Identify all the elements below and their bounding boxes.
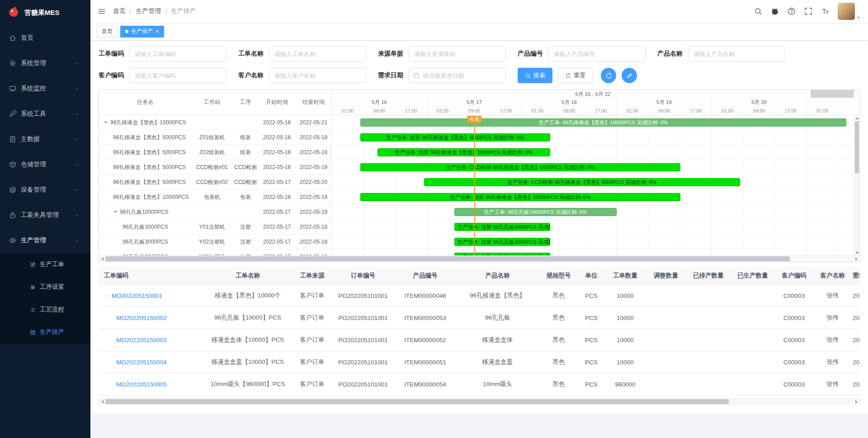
gantt-bar-task[interactable]: 生产任务: CCD检测 96孔移液盒【黑色】5000PCS 完成比例: 0% bbox=[424, 178, 740, 186]
sidebar-subitem-process-flow[interactable]: 工艺流程 bbox=[0, 298, 90, 321]
gantt-task-row[interactable]: 96孔移液盒【黑色】10000PCS包装机包装2022-05-162022-05… bbox=[99, 190, 331, 205]
orders-header-row: 工单编码工单名称工单来源订单编号产品编号产品名称规格型号单位工单数量调整数量已排… bbox=[99, 267, 860, 285]
horizontal-scroll-thumb[interactable] bbox=[105, 256, 790, 261]
text-input[interactable] bbox=[409, 46, 506, 61]
sidebar-item-equipment[interactable]: 设备管理 bbox=[0, 177, 90, 203]
user-avatar[interactable] bbox=[838, 3, 855, 20]
task-name-cell: 96孔移液盒【黑色】5000PCS bbox=[99, 179, 192, 186]
order-code-link[interactable]: MO202205150003 bbox=[116, 337, 167, 344]
reset-button-label: 重置 bbox=[574, 71, 585, 80]
text-input-field[interactable] bbox=[414, 51, 500, 57]
gantt-horizontal-scrollbar[interactable] bbox=[99, 255, 859, 262]
topbar: 首页/生产管理/生产排产 bbox=[90, 0, 868, 23]
order-code-link[interactable]: MO202205150005 bbox=[116, 381, 167, 388]
sidebar-item-warehouse[interactable]: 仓储管理 bbox=[0, 152, 90, 177]
orders-row[interactable]: MO202205150003移液盒盒体【10000】PCS客户订单PO20220… bbox=[99, 329, 860, 351]
user-menu[interactable] bbox=[838, 3, 861, 20]
scroll-right-arrow[interactable] bbox=[853, 399, 859, 405]
sidebar-subitem-label: 生产排产 bbox=[40, 328, 90, 336]
sidebar-subitem-scheduling[interactable]: 生产排产 bbox=[0, 321, 90, 344]
gantt-panel: 任务名工作站工序开始时间结束时间 96孔移液盒【黑色】10000PCS2022-… bbox=[99, 89, 860, 262]
gantt-task-row[interactable]: 96孔移液盒【黑色】5000PCSCCD检测#01CCD检测2022-05-16… bbox=[99, 160, 331, 175]
app-logo[interactable]: 苦糖果MES bbox=[0, 0, 90, 25]
gantt-bar-task[interactable]: 生产任务: 组装 96孔移液盒【黑色】5000PCS 完成比例: 0% bbox=[377, 148, 550, 156]
scroll-left-arrow[interactable] bbox=[99, 256, 105, 262]
refresh-circle-button[interactable] bbox=[601, 68, 616, 83]
tab-生产排产[interactable]: 生产排产× bbox=[120, 26, 164, 38]
text-input-field[interactable] bbox=[135, 51, 221, 57]
order-code-link[interactable]: MO202205150001 bbox=[112, 292, 162, 299]
scroll-up-arrow[interactable] bbox=[854, 115, 859, 121]
scroll-left-arrow[interactable] bbox=[99, 399, 105, 405]
breadcrumb-item[interactable]: 首页 bbox=[113, 7, 126, 15]
gantt-task-row[interactable]: 96孔孔板3000PCSY01注塑机注塑2022-05-172022-05-18 bbox=[99, 220, 331, 235]
tab-close-icon[interactable]: × bbox=[156, 28, 159, 34]
horizontal-scroll-thumb[interactable] bbox=[105, 399, 729, 404]
tree-expander-icon[interactable] bbox=[104, 120, 108, 125]
topbar-font-size-button[interactable] bbox=[821, 7, 829, 15]
timeline-time-label: 17:00 bbox=[405, 107, 417, 115]
gantt-task-row[interactable]: 96孔移液盒【黑色】10000PCS2022-05-162022-05-21 bbox=[99, 115, 331, 130]
orders-row[interactable]: MO20220515000296孔孔板【10000】PCS客户订单PO20220… bbox=[99, 307, 860, 329]
text-input-field[interactable] bbox=[554, 51, 640, 57]
text-input[interactable] bbox=[269, 46, 366, 61]
order-code-link[interactable]: MO202205150002 bbox=[116, 315, 167, 321]
scroll-down-arrow[interactable] bbox=[854, 250, 859, 255]
sidebar-subitem-process-setting[interactable]: 工序设置 bbox=[0, 276, 90, 298]
topbar-fullscreen-button[interactable] bbox=[804, 7, 812, 15]
gantt-task-row[interactable]: 96孔移液盒【黑色】5000PCSCCD检测#02CCD检测2022-05-17… bbox=[99, 175, 331, 190]
search-button[interactable]: 搜索 bbox=[518, 68, 552, 83]
reset-button[interactable]: 重置 bbox=[558, 68, 593, 83]
gantt-bar-task[interactable]: 生产任务: 注塑 96孔孔板3000PCS 完成比例: 0% bbox=[454, 223, 550, 231]
orders-row[interactable]: MO20220515000510mm吸头【960000】PCS客户订单PO202… bbox=[99, 373, 860, 396]
date-input-field[interactable] bbox=[423, 72, 500, 79]
sidebar-item-fixture[interactable]: 工装夹具管理 bbox=[0, 203, 90, 228]
order-code-cell: MO202205150004 bbox=[99, 359, 203, 366]
gantt-vertical-scrollbar[interactable] bbox=[854, 115, 859, 255]
text-input[interactable] bbox=[688, 46, 785, 61]
gantt-bar-summary[interactable]: 生产工单: 96孔移液盒【黑色】10000PCS 完成比例: 0% bbox=[360, 118, 846, 127]
text-input[interactable] bbox=[129, 46, 226, 61]
gantt-task-row[interactable]: 96孔孔板3000PCSY02注塑机注塑2022-05-172022-05-18 bbox=[99, 235, 331, 250]
scroll-right-arrow[interactable] bbox=[853, 256, 859, 262]
tree-expander-icon[interactable] bbox=[113, 210, 118, 214]
sidebar-item-home[interactable]: 首页 bbox=[0, 25, 90, 51]
gantt-bar-summary[interactable]: 生产工单: 96孔孔板10000PCS 完成比例: 0% bbox=[454, 208, 617, 216]
topbar-search-button[interactable] bbox=[754, 7, 762, 15]
tab-首页[interactable]: 首页 bbox=[97, 26, 118, 38]
text-input-field[interactable] bbox=[274, 72, 361, 79]
topbar-help-button[interactable] bbox=[788, 7, 796, 15]
gantt-bar-task[interactable]: 生产任务: 包装 96孔移液盒【黑色】10000PCS 完成比例: 0% bbox=[360, 193, 680, 201]
topbar-github-button[interactable] bbox=[771, 7, 779, 15]
text-input[interactable] bbox=[129, 68, 226, 83]
sidebar-item-system[interactable]: 系统管理 bbox=[0, 51, 90, 76]
order-code-link[interactable]: MO202205150004 bbox=[116, 359, 167, 366]
gantt-bar-task[interactable]: 生产任务: 组装 96孔移液盒【黑色】5000PCS 完成比例: 0% bbox=[360, 133, 550, 141]
timeline-time-label: 01:00 bbox=[816, 107, 828, 115]
orders-row[interactable]: MO202205150001移液盒【黑色】10000个客户订单PO2022051… bbox=[99, 285, 860, 307]
vertical-scroll-thumb[interactable] bbox=[855, 121, 859, 173]
hamburger-icon[interactable] bbox=[98, 7, 106, 15]
sidebar-item-master-data[interactable]: 主数据 bbox=[0, 127, 90, 152]
text-input-field[interactable] bbox=[135, 72, 221, 79]
text-input[interactable] bbox=[548, 46, 646, 61]
row-expand-icon[interactable] bbox=[104, 293, 109, 298]
gantt-bar-task[interactable]: 生产任务: 注塑 96孔孔板3000PCS 完成比例: 0% bbox=[454, 238, 550, 246]
text-input-field[interactable] bbox=[274, 51, 361, 57]
orders-row[interactable]: MO202205150004移液盒盒盖【10000】PCS客户订单PO20220… bbox=[99, 351, 860, 373]
gantt-task-row[interactable]: 96孔孔板10000PCS2022-05-172022-05-19 bbox=[99, 205, 331, 220]
date-input[interactable] bbox=[409, 68, 506, 83]
sidebar-item-production[interactable]: 生产管理 bbox=[0, 228, 90, 253]
text-input[interactable] bbox=[269, 68, 366, 83]
gantt-task-row[interactable]: 96孔孔板3000PCSY03注塑机注塑2022-05-172022-05-18 bbox=[99, 250, 331, 255]
orders-horizontal-scrollbar[interactable] bbox=[99, 398, 860, 405]
sidebar-item-monitor[interactable]: 系统监控 bbox=[0, 76, 90, 101]
sidebar-subitem-work-order[interactable]: 生产工单 bbox=[0, 253, 90, 276]
gantt-task-row[interactable]: 96孔移液盒【黑色】5000PCSZ01组装机组装2022-05-162022-… bbox=[99, 130, 331, 145]
sidebar-item-tools[interactable]: 系统工具 bbox=[0, 101, 90, 127]
edit-circle-button[interactable] bbox=[622, 68, 637, 83]
gantt-task-row[interactable]: 96孔移液盒【黑色】5000PCSZ02组装机组装2022-05-162022-… bbox=[99, 145, 331, 160]
gantt-bar-task[interactable]: 生产任务: CCD检测 96孔移液盒【黑色】5000PCS 完成比例: 0% bbox=[360, 163, 680, 171]
text-input-field[interactable] bbox=[693, 51, 780, 57]
breadcrumb-item[interactable]: 生产管理 bbox=[136, 7, 161, 15]
